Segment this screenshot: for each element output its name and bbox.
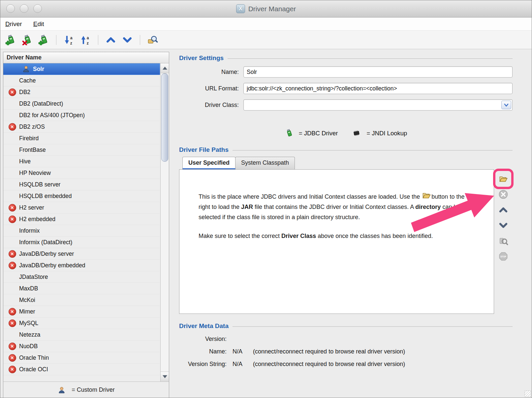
window-controls xyxy=(6,4,42,13)
driver-settings-title: Driver Settings xyxy=(179,54,224,62)
driver-list-item[interactable]: Informix xyxy=(3,225,160,237)
jdbc-legend: = JDBC Driver xyxy=(285,129,338,138)
error-icon: ✕ xyxy=(8,261,16,270)
scroll-up-button[interactable] xyxy=(161,63,169,73)
driver-list-item[interactable]: ✕MySQL xyxy=(3,317,160,329)
driver-list-item[interactable]: ✕H2 server xyxy=(3,202,160,214)
panel-help-text: This is the place where JDBC drivers and… xyxy=(179,170,478,241)
driver-list-item[interactable]: ✕Oracle OCI xyxy=(3,364,160,375)
svg-text:z: z xyxy=(70,41,72,45)
custom-driver-icon xyxy=(57,386,66,394)
meta-label: Name: xyxy=(179,348,233,355)
delete-driver-button[interactable] xyxy=(21,34,33,46)
driver-list-item[interactable]: ✕JavaDB/Derby server xyxy=(3,248,160,260)
driver-list-item[interactable]: MaxDB xyxy=(3,283,160,294)
driver-name-label: Netezza xyxy=(19,331,40,338)
section-divider xyxy=(233,150,513,150)
driver-meta-section-header: Driver Meta Data xyxy=(179,322,513,330)
driver-class-row: Driver Class: xyxy=(179,99,513,111)
driver-name-label: H2 embedded xyxy=(19,216,55,223)
meta-row: Name:N/A(connect/reconnect required to b… xyxy=(179,348,513,355)
menu-driver[interactable]: Driver xyxy=(5,20,22,28)
scroll-down-button[interactable] xyxy=(161,372,169,381)
driver-list-item[interactable]: ✕H2 embedded xyxy=(3,214,160,225)
scrollbar-thumb[interactable] xyxy=(161,73,168,162)
window-title: X Driver Manager xyxy=(236,4,296,13)
driver-list-item[interactable]: Cache xyxy=(3,75,160,86)
new-driver-button[interactable] xyxy=(4,34,17,46)
file-paths-side-buttons: STOP xyxy=(494,169,513,314)
stop-button[interactable]: STOP xyxy=(498,251,509,262)
driver-list-item[interactable]: Hive xyxy=(3,156,160,167)
driver-list-item[interactable]: DB2 (DataDirect) xyxy=(3,98,160,110)
driver-list-item[interactable]: ✕NuoDB xyxy=(3,341,160,352)
move-path-down-button[interactable] xyxy=(498,220,509,231)
driver-list-item[interactable]: Netezza xyxy=(3,329,160,341)
driver-list-item[interactable]: Firebird xyxy=(3,133,160,144)
driver-list-item[interactable]: McKoi xyxy=(3,294,160,306)
toolbar: azaz xyxy=(0,31,532,49)
close-button[interactable] xyxy=(6,4,15,13)
name-input[interactable] xyxy=(243,66,513,78)
driver-list-item[interactable]: HSQLDB server xyxy=(3,179,160,190)
move-down-button[interactable] xyxy=(121,34,134,46)
driver-name-label: Informix (DataDirect) xyxy=(19,239,72,246)
resize-grip[interactable] xyxy=(524,390,531,397)
meta-label: Version String: xyxy=(179,361,233,368)
menubar: DriverEdit xyxy=(0,17,532,31)
move-up-button[interactable] xyxy=(105,34,117,46)
tab-system-classpath[interactable]: System Classpath xyxy=(235,157,295,169)
driver-list-item[interactable]: HSQLDB embedded xyxy=(3,190,160,202)
sort-ascending-button[interactable]: az xyxy=(79,34,92,46)
driver-name-label: Informix xyxy=(19,227,40,234)
section-divider xyxy=(228,58,513,59)
driver-list-header[interactable]: Driver Name xyxy=(3,52,169,63)
zoom-button[interactable] xyxy=(33,4,42,13)
driver-list-item[interactable]: Solr xyxy=(3,63,160,75)
driver-list-item[interactable]: FrontBase xyxy=(3,144,160,156)
toolbar-separator xyxy=(98,35,98,45)
remove-path-button[interactable] xyxy=(498,189,509,200)
url-format-label: URL Format: xyxy=(179,85,243,92)
jdbc-driver-icon xyxy=(285,129,293,138)
tab-user-specified[interactable]: User Specified xyxy=(182,157,235,169)
driver-class-dropdown-button[interactable] xyxy=(501,101,511,109)
error-icon: ✕ xyxy=(8,249,16,258)
svg-text:a: a xyxy=(70,35,73,40)
custom-driver-legend: = Custom Driver xyxy=(3,381,169,398)
driver-list-item[interactable]: Informix (DataDirect) xyxy=(3,237,160,248)
jndi-legend: = JNDI Lookup xyxy=(352,129,407,138)
driver-name-label: McKoi xyxy=(19,297,35,304)
copy-driver-button[interactable] xyxy=(37,34,50,46)
driver-list-item[interactable]: ✕JavaDB/Derby embedded xyxy=(3,260,160,271)
driver-list-item[interactable]: ✕Oracle Thin xyxy=(3,352,160,364)
url-format-input[interactable] xyxy=(243,83,513,94)
driver-list-item[interactable]: HP Neoview xyxy=(3,167,160,179)
driver-list-item[interactable]: JDataStore xyxy=(3,271,160,283)
url-format-row: URL Format: xyxy=(179,83,513,94)
driver-list-item[interactable]: ✕DB2 z/OS xyxy=(3,121,160,133)
open-file-button[interactable] xyxy=(498,173,509,184)
menu-edit[interactable]: Edit xyxy=(33,20,44,28)
driver-name-label: MaxDB xyxy=(19,285,38,292)
driver-list-item[interactable]: ✕DB2 xyxy=(3,86,160,98)
driver-name-label: Oracle Thin xyxy=(19,354,49,361)
error-icon: ✕ xyxy=(8,203,16,212)
find-button[interactable] xyxy=(146,34,159,46)
driver-name-label: FrontBase xyxy=(19,147,46,153)
error-icon: ✕ xyxy=(8,365,16,374)
meta-row: Version String:N/A(connect/reconnect req… xyxy=(179,361,513,368)
driver-list-item[interactable]: DB2 for AS/400 (JTOpen) xyxy=(3,110,160,121)
sort-descending-button[interactable]: az xyxy=(63,34,75,46)
driver-list-item[interactable]: ✕Mimer xyxy=(3,306,160,317)
error-icon: ✕ xyxy=(8,307,16,316)
meta-value xyxy=(233,336,253,343)
driver-file-paths-section-header: Driver File Paths xyxy=(179,146,513,153)
driver-list-scrollbar[interactable] xyxy=(160,63,169,381)
find-driver-class-button[interactable] xyxy=(498,235,509,247)
move-path-up-button[interactable] xyxy=(498,204,509,216)
scrollbar-track[interactable] xyxy=(161,73,169,372)
driver-details-panel: Driver Settings Name: URL Format: Driver… xyxy=(169,49,532,398)
driver-class-combobox[interactable] xyxy=(243,99,513,111)
minimize-button[interactable] xyxy=(20,4,28,13)
